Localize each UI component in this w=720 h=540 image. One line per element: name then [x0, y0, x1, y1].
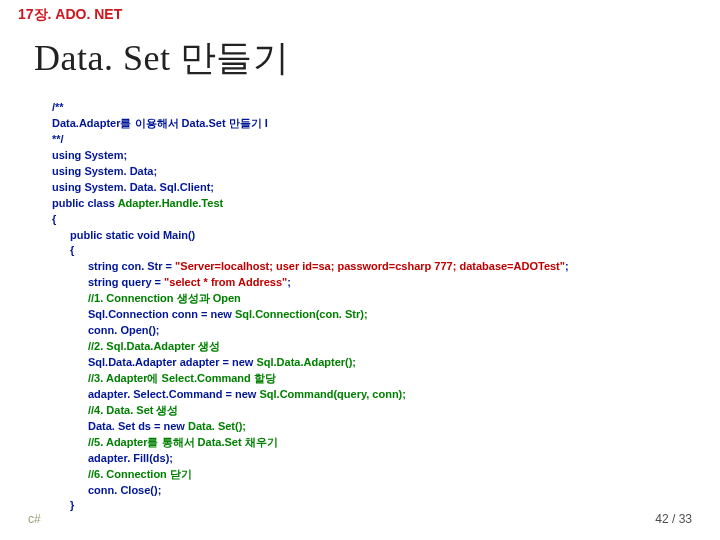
code-new: Data. Set(); [188, 420, 246, 432]
chapter-label: 17장. ADO. NET [18, 6, 122, 24]
code-new: Sql.Command(query, conn); [259, 388, 405, 400]
code-line: string query = "select * from Address"; [52, 275, 291, 291]
code-line: { [52, 213, 56, 225]
code-string: "Server=localhost; user id=sa; password=… [175, 260, 565, 272]
code-classname: Adapter.Handle.Test [118, 197, 224, 209]
code-seg: string query = [88, 276, 164, 288]
footer-left: c# [28, 512, 41, 526]
footer-page-number: 42 / 33 [655, 512, 692, 526]
code-seg: ; [287, 276, 291, 288]
code-line: adapter. Fill(ds); [52, 451, 173, 467]
code-line: Data. Set ds = new Data. Set(); [52, 419, 246, 435]
code-comment: //6. Connection 닫기 [52, 467, 192, 483]
code-comment: //3. Adapter에 Select.Command 할당 [52, 371, 276, 387]
code-block: /** Data.Adapter를 이용해서 Data.Set 만들기 I **… [52, 100, 569, 514]
code-line: { [52, 243, 74, 259]
code-seg: Data. Set ds = new [88, 420, 188, 432]
code-comment: //4. Data. Set 생성 [52, 403, 178, 419]
code-line: string con. Str = "Server=localhost; use… [52, 259, 569, 275]
code-line: conn. Open(); [52, 323, 160, 339]
code-line: Sql.Connection conn = new Sql.Connection… [52, 307, 368, 323]
code-line: Data.Adapter를 이용해서 Data.Set 만들기 I [52, 117, 268, 129]
code-seg: adapter. Select.Command = new [88, 388, 259, 400]
code-line: using System. Data; [52, 165, 157, 177]
code-line: **/ [52, 133, 64, 145]
code-seg: string con. Str = [88, 260, 175, 272]
code-seg: Sql.Data.Adapter adapter = new [88, 356, 256, 368]
code-line: } [52, 498, 74, 514]
code-line: conn. Close(); [52, 483, 161, 499]
code-comment: //2. Sql.Data.Adapter 생성 [52, 339, 220, 355]
slide: 17장. ADO. NET Data. Set 만들기 /** Data.Ada… [0, 0, 720, 540]
code-line: Sql.Data.Adapter adapter = new Sql.Data.… [52, 355, 356, 371]
code-seg: ; [565, 260, 569, 272]
code-line: public class [52, 197, 118, 209]
code-line: public static void Main() [52, 228, 195, 244]
code-new: Sql.Data.Adapter(); [256, 356, 356, 368]
code-line: using System. Data. Sql.Client; [52, 181, 214, 193]
code-seg: Sql.Connection conn = new [88, 308, 235, 320]
code-comment: //1. Connenction 생성과 Open [52, 291, 241, 307]
page-title: Data. Set 만들기 [34, 34, 289, 83]
code-comment: //5. Adapter를 통해서 Data.Set 채우기 [52, 435, 278, 451]
code-line: adapter. Select.Command = new Sql.Comman… [52, 387, 406, 403]
code-line: /** [52, 101, 64, 113]
code-new: Sql.Connection(con. Str); [235, 308, 368, 320]
code-string: "select * from Address" [164, 276, 287, 288]
code-line: using System; [52, 149, 127, 161]
